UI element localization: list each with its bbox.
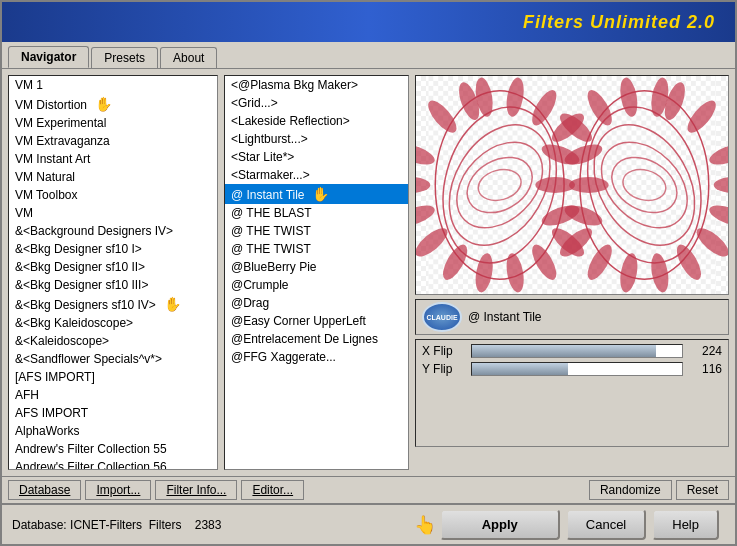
left-list-item[interactable]: Andrew's Filter Collection 55 [9, 440, 217, 458]
x-flip-value: 224 [687, 344, 722, 358]
left-filter-list: VM 1VM Distortion ✋VM ExperimentalVM Ext… [8, 75, 218, 470]
left-list-item[interactable]: VM 1 [9, 76, 217, 94]
x-flip-fill [472, 345, 656, 357]
svg-point-40 [535, 177, 575, 193]
left-list-item[interactable]: Andrew's Filter Collection 56 [9, 458, 217, 469]
y-flip-label: Y Flip [422, 362, 467, 376]
empty-slider-3 [422, 424, 722, 442]
left-list-scroll[interactable]: VM 1VM Distortion ✋VM ExperimentalVM Ext… [9, 76, 217, 469]
sub-list-item[interactable]: <Lakeside Reflection> [225, 112, 408, 130]
filter-info-button[interactable]: Filter Info... [155, 480, 237, 500]
filters-value: 2383 [195, 518, 222, 532]
left-list-item[interactable]: AFS IMPORT [9, 404, 217, 422]
y-flip-row: Y Flip 116 [422, 362, 722, 376]
tabs-row: Navigator Presets About [2, 42, 735, 68]
tab-navigator[interactable]: Navigator [8, 46, 89, 68]
left-list-item[interactable]: &<Bkg Designers sf10 IV> ✋ [9, 294, 217, 314]
y-flip-fill [472, 363, 568, 375]
left-list-item[interactable]: VM Natural [9, 168, 217, 186]
left-list-item[interactable]: &<Bkg Designer sf10 II> [9, 258, 217, 276]
left-list-item[interactable]: VM Toolbox [9, 186, 217, 204]
preview-box [415, 75, 729, 295]
apply-button[interactable]: Apply [440, 509, 560, 540]
sub-list-item[interactable]: @ THE TWIST [225, 240, 408, 258]
database-button[interactable]: Database [8, 480, 81, 500]
db-value: ICNET-Filters [70, 518, 142, 532]
active-filter-name: @ Instant Tile [468, 310, 542, 324]
arrow-indicator-icon: ✋ [91, 96, 112, 112]
sub-list-item[interactable]: @Entrelacement De Lignes [225, 330, 408, 348]
sub-list-item[interactable]: <Star Lite*> [225, 148, 408, 166]
y-flip-value: 116 [687, 362, 722, 376]
middle-filter-list: <@Plasma Bkg Maker><Grid...><Lakeside Re… [224, 75, 409, 470]
main-window: Filters Unlimited 2.0 Navigator Presets … [0, 0, 737, 546]
y-flip-track[interactable] [471, 362, 683, 376]
left-list-item[interactable]: &<Bkg Kaleidoscope> [9, 314, 217, 332]
sub-list-item[interactable]: @FFG Xaggerate... [225, 348, 408, 366]
reset-button[interactable]: Reset [676, 480, 729, 500]
arrow-indicator-icon: ✋ [160, 296, 181, 312]
left-list-item[interactable]: AlphaWorks [9, 422, 217, 440]
import-button[interactable]: Import... [85, 480, 151, 500]
left-list-item[interactable]: VM [9, 204, 217, 222]
x-flip-track[interactable] [471, 344, 683, 358]
left-list-item[interactable]: [AFS IMPORT] [9, 368, 217, 386]
x-flip-label: X Flip [422, 344, 467, 358]
randomize-button[interactable]: Randomize [589, 480, 672, 500]
tab-presets[interactable]: Presets [91, 47, 158, 68]
title-bar: Filters Unlimited 2.0 [2, 2, 735, 42]
right-panel: CLAUDIE @ Instant Tile X Flip 224 Y Flip [415, 75, 729, 470]
preview-svg [416, 76, 728, 294]
left-list-item[interactable]: &<Kaleidoscope> [9, 332, 217, 350]
cancel-button[interactable]: Cancel [566, 509, 646, 540]
sub-list-item[interactable]: @BlueBerry Pie [225, 258, 408, 276]
filters-label: Filters [149, 518, 182, 532]
apply-hand-icon: 👆 [414, 514, 436, 536]
sub-list-item[interactable]: @Crumple [225, 276, 408, 294]
sub-list-item[interactable]: <@Plasma Bkg Maker> [225, 76, 408, 94]
sub-list-scroll[interactable]: <@Plasma Bkg Maker><Grid...><Lakeside Re… [225, 76, 408, 469]
help-button[interactable]: Help [652, 509, 719, 540]
sub-list-item[interactable]: @Drag [225, 294, 408, 312]
editor-button[interactable]: Editor... [241, 480, 304, 500]
db-label: Database: [12, 518, 67, 532]
left-list-item[interactable]: VM Instant Art [9, 150, 217, 168]
left-list-item[interactable]: VM Distortion ✋ [9, 94, 217, 114]
left-list-item[interactable]: VM Extravaganza [9, 132, 217, 150]
empty-slider-2 [422, 402, 722, 420]
left-list-item[interactable]: AFH [9, 386, 217, 404]
logo-text: CLAUDIE [426, 314, 457, 321]
status-bar: Database: ICNET-Filters Filters 2383 👆 A… [2, 503, 735, 544]
svg-point-49 [714, 177, 728, 193]
sub-list-item[interactable]: <Lightburst...> [225, 130, 408, 148]
bottom-toolbar: Database Import... Filter Info... Editor… [2, 476, 735, 503]
x-flip-row: X Flip 224 [422, 344, 722, 358]
left-list-item[interactable]: &<Sandflower Specials^v*> [9, 350, 217, 368]
controls-panel: X Flip 224 Y Flip 116 [415, 339, 729, 447]
empty-slider-1 [422, 380, 722, 398]
sub-list-item[interactable]: <Grid...> [225, 94, 408, 112]
left-list-item[interactable]: VM Experimental [9, 114, 217, 132]
sub-list-item[interactable]: @ Instant Tile ✋ [225, 184, 408, 204]
svg-point-25 [416, 177, 430, 193]
tab-about[interactable]: About [160, 47, 217, 68]
claudie-logo: CLAUDIE [422, 302, 462, 332]
sub-list-item[interactable]: <Starmaker...> [225, 166, 408, 184]
left-list-item[interactable]: &<Bkg Designer sf10 I> [9, 240, 217, 258]
left-list-item[interactable]: &<Bkg Designer sf10 III> [9, 276, 217, 294]
main-content: VM 1VM Distortion ✋VM ExperimentalVM Ext… [2, 68, 735, 476]
title-text: Filters Unlimited 2.0 [523, 12, 715, 33]
sub-list-item[interactable]: @ THE BLAST [225, 204, 408, 222]
filter-name-bar: CLAUDIE @ Instant Tile [415, 299, 729, 335]
left-list-item[interactable]: &<Background Designers IV> [9, 222, 217, 240]
sub-list-item[interactable]: @Easy Corner UpperLeft [225, 312, 408, 330]
sub-list-item[interactable]: @ THE TWIST [225, 222, 408, 240]
sub-arrow-indicator-icon: ✋ [309, 186, 330, 202]
